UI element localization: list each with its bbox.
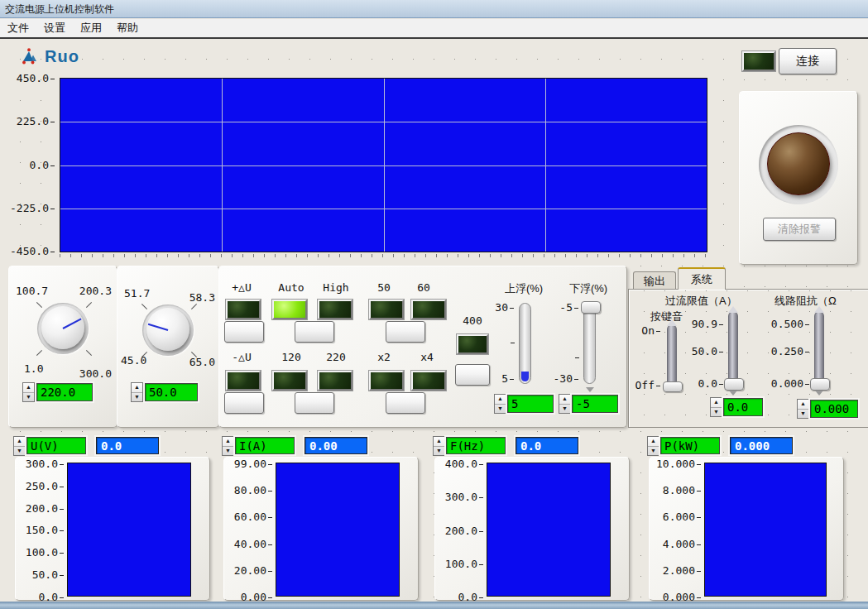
- spinner-up-icon[interactable]: ▲: [495, 395, 506, 405]
- menu-settings[interactable]: 设置: [36, 21, 73, 36]
- clear-alarm-button[interactable]: 清除报警: [763, 218, 836, 241]
- key-sound-slider-thumb[interactable]: [663, 381, 683, 392]
- high-led: [318, 300, 352, 319]
- du-plus-button[interactable]: [224, 321, 264, 343]
- connect-button[interactable]: 连接: [779, 48, 837, 74]
- connection-status-led: [742, 51, 775, 71]
- y-axis-tick: 200.0: [445, 525, 483, 537]
- float-down-value-field[interactable]: -5: [572, 395, 618, 413]
- x2-label: x2: [365, 351, 403, 363]
- meter-plot: [67, 463, 191, 597]
- y-axis-tick: 80.00: [234, 484, 272, 496]
- float-up-slider-fill[interactable]: [521, 372, 529, 381]
- key-sound-slider[interactable]: [667, 324, 677, 392]
- spinner-down-icon[interactable]: ▼: [223, 447, 233, 456]
- hz50-led: [369, 300, 404, 319]
- tab-system[interactable]: 系统: [678, 267, 726, 290]
- voltage-setpoint-field[interactable]: 220.0: [36, 383, 93, 401]
- connect-button-label: 连接: [796, 54, 819, 69]
- output-controls-panel: +△U Auto High 50 60 -△U 120 220 x2 x4 40…: [218, 266, 627, 428]
- spinner-down-icon[interactable]: ▼: [495, 405, 506, 414]
- x2-led: [369, 371, 404, 391]
- meter-channel-spinner[interactable]: ▲▼: [433, 436, 445, 456]
- spinner-up-icon[interactable]: ▲: [711, 398, 722, 408]
- tab-system-page: 过流限值（A） 线路阻抗（Ω 按键音 On Off 90.9 50.0 0.0 …: [628, 289, 868, 428]
- y-axis-tick: 300.0: [26, 458, 64, 470]
- du-minus-led: [226, 371, 261, 391]
- slider-bottom-marker: [815, 391, 823, 396]
- meter-name-field[interactable]: F(Hz): [446, 437, 506, 454]
- float-up-spinner[interactable]: ▲▼: [494, 394, 506, 414]
- frequency-setpoint-field[interactable]: 50.0: [145, 383, 198, 401]
- y-axis-tick: 450.0: [17, 72, 55, 84]
- auto-led: [272, 300, 307, 319]
- spinner-up-icon[interactable]: ▲: [559, 395, 570, 405]
- frequency-scale-label: 51.7: [124, 287, 150, 300]
- menu-file[interactable]: 文件: [0, 21, 36, 36]
- spinner-down-icon[interactable]: ▼: [132, 393, 142, 402]
- meter-name-field[interactable]: P(kW): [660, 437, 720, 454]
- over-current-value-field[interactable]: 0.0: [723, 398, 763, 416]
- line-impedance-spinner[interactable]: ▲▼: [797, 399, 809, 419]
- float-down-spinner[interactable]: ▲▼: [559, 394, 571, 414]
- voltage-knob-face[interactable]: [41, 306, 84, 349]
- voltage-spinner[interactable]: ▲▼: [22, 382, 35, 402]
- line-impedance-title: 线路阻抗（Ω: [774, 294, 837, 309]
- spinner-down-icon[interactable]: ▼: [434, 447, 444, 456]
- spinner-down-icon[interactable]: ▼: [14, 447, 25, 456]
- spinner-up-icon[interactable]: ▲: [14, 437, 25, 447]
- auto-high-toggle-button[interactable]: [295, 321, 334, 343]
- meter-plot: [276, 463, 400, 597]
- spinner-down-icon[interactable]: ▼: [559, 405, 570, 414]
- menu-application[interactable]: 应用: [73, 21, 109, 36]
- spinner-up-icon[interactable]: ▲: [648, 437, 659, 447]
- spinner-down-icon[interactable]: ▼: [798, 410, 808, 419]
- application-window: 交流电源上位机控制软件 文件 设置 应用 帮助 Ruo 连接 450.0 225…: [0, 0, 868, 609]
- voltage-scale-label: 100.7: [16, 285, 48, 297]
- float-up-value-field[interactable]: 5: [507, 395, 554, 413]
- spinner-down-icon[interactable]: ▼: [711, 408, 722, 417]
- spinner-up-icon[interactable]: ▲: [223, 437, 233, 447]
- knob-tick-mark: [36, 302, 42, 308]
- spinner-up-icon[interactable]: ▲: [434, 437, 444, 447]
- meter-channel-spinner[interactable]: ▲▼: [647, 436, 659, 456]
- line-impedance-slider-thumb[interactable]: [810, 378, 830, 391]
- meter-channel-spinner[interactable]: ▲▼: [222, 436, 234, 456]
- float-down-slider-thumb[interactable]: [581, 301, 601, 314]
- y-axis-tick: 40.00: [234, 538, 272, 550]
- meter-y-axis: 300.0 250.0 200.0 150.0 100.0 50.0 0.0: [17, 458, 64, 603]
- hz60-led: [411, 300, 446, 319]
- frequency-knob[interactable]: [142, 304, 194, 356]
- menu-help[interactable]: 帮助: [109, 21, 146, 36]
- meter-name-field[interactable]: I(A): [235, 437, 295, 454]
- spinner-up-icon[interactable]: ▲: [23, 383, 34, 393]
- v120-led: [272, 371, 307, 391]
- tab-output[interactable]: 输出: [633, 271, 676, 290]
- frequency-spinner[interactable]: ▲▼: [131, 382, 143, 402]
- spinner-down-icon[interactable]: ▼: [648, 447, 659, 456]
- float-down-slider[interactable]: [583, 303, 596, 384]
- frequency-knob-face[interactable]: [146, 308, 189, 351]
- spinner-down-icon[interactable]: ▼: [23, 393, 34, 402]
- v120-220-toggle-button[interactable]: [295, 392, 334, 414]
- over-current-spinner[interactable]: ▲▼: [710, 397, 722, 417]
- knob-tick-mark: [36, 350, 42, 356]
- voltage-knob[interactable]: [37, 303, 89, 354]
- logo-icon: [22, 47, 43, 65]
- meter-name-field[interactable]: U(V): [26, 437, 86, 454]
- float-up-slider[interactable]: [519, 303, 531, 384]
- voltage-scale-label: 200.3: [79, 285, 112, 297]
- hz50-60-toggle-button[interactable]: [386, 321, 425, 343]
- du-minus-button[interactable]: [224, 392, 264, 414]
- meter-channel-spinner[interactable]: ▲▼: [13, 436, 26, 456]
- line-impedance-value-field[interactable]: 0.000: [810, 400, 858, 418]
- over-current-slider[interactable]: [728, 311, 738, 387]
- x2-x4-toggle-button[interactable]: [386, 392, 425, 414]
- line-impedance-slider[interactable]: [814, 311, 824, 387]
- line-impedance-slider-cap: [814, 306, 824, 313]
- spinner-up-icon[interactable]: ▲: [132, 383, 142, 393]
- over-current-tick: 50.0: [687, 345, 723, 357]
- spinner-up-icon[interactable]: ▲: [798, 400, 808, 410]
- over-current-slider-thumb[interactable]: [724, 378, 744, 391]
- line-impedance-tick: 0.250: [770, 345, 809, 357]
